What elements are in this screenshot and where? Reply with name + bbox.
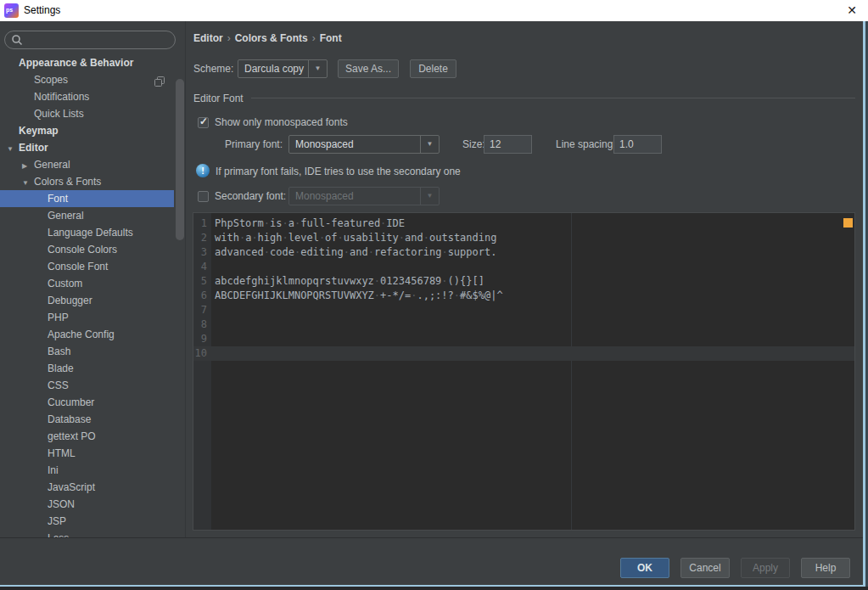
sidebar-item-label: JSP bbox=[48, 515, 66, 527]
line-number: 9 bbox=[193, 332, 207, 346]
sidebar-item-label: HTML bbox=[48, 447, 76, 459]
info-text: If primary font fails, IDE tries to use … bbox=[216, 166, 461, 177]
font-preview-editor[interactable]: 1PhpStorm·is·a·full-featured·IDE2with·a·… bbox=[193, 212, 855, 531]
line-number: 3 bbox=[193, 245, 207, 260]
secondary-font-checkbox[interactable] bbox=[198, 191, 209, 202]
sidebar-item-editor[interactable]: ▼Editor bbox=[0, 139, 185, 156]
sidebar-item-general[interactable]: ▶General bbox=[0, 156, 185, 173]
sidebar-item-jsp[interactable]: JSP bbox=[0, 513, 185, 530]
cancel-button[interactable]: Cancel bbox=[680, 558, 730, 578]
preview-line: 1PhpStorm·is·a·full-featured·IDE bbox=[193, 216, 854, 231]
sidebar-item-general[interactable]: General bbox=[0, 207, 185, 224]
size-label: Size: bbox=[462, 138, 485, 150]
sidebar-item-apache-config[interactable]: Apache Config bbox=[0, 326, 185, 343]
apply-button: Apply bbox=[741, 558, 790, 578]
sidebar-scrollbar[interactable] bbox=[176, 79, 184, 240]
sidebar-item-label: Apache Config bbox=[48, 329, 115, 340]
sidebar-item-blade[interactable]: Blade bbox=[0, 360, 185, 377]
chevron-collapsed-icon[interactable]: ▶ bbox=[22, 158, 34, 175]
settings-search[interactable] bbox=[4, 31, 176, 49]
sidebar-item-label: Colors & Fonts bbox=[34, 176, 101, 188]
sidebar-item-label: gettext PO bbox=[48, 430, 96, 442]
line-number: 1 bbox=[193, 216, 207, 231]
settings-sidebar: Appearance & BehaviorScopesNotifications… bbox=[0, 21, 185, 537]
sidebar-item-html[interactable]: HTML bbox=[0, 445, 185, 462]
chevron-down-icon[interactable]: ▼ bbox=[308, 60, 327, 77]
sidebar-item-console-font[interactable]: Console Font bbox=[0, 258, 185, 275]
sidebar-item-json[interactable]: JSON bbox=[0, 496, 185, 513]
close-icon[interactable]: ✕ bbox=[838, 2, 865, 20]
ok-button[interactable]: OK bbox=[620, 558, 669, 578]
sidebar-item-label: Editor bbox=[19, 142, 48, 154]
breadcrumb-colors-fonts[interactable]: Colors & Fonts bbox=[235, 32, 308, 44]
preview-line: 4 bbox=[193, 260, 854, 274]
chevron-expanded-icon[interactable]: ▼ bbox=[7, 141, 19, 158]
scheme-select[interactable]: Darcula copy ▼ bbox=[238, 59, 328, 78]
sidebar-item-debugger[interactable]: Debugger bbox=[0, 292, 185, 309]
sidebar-item-console-colors[interactable]: Console Colors bbox=[0, 241, 185, 258]
sidebar-item-ini[interactable]: Ini bbox=[0, 462, 185, 479]
chevron-expanded-icon[interactable]: ▼ bbox=[22, 175, 34, 192]
size-field[interactable] bbox=[484, 135, 532, 154]
secondary-font-select: Monospaced ▼ bbox=[288, 187, 440, 205]
settings-dialog: Appearance & BehaviorScopesNotifications… bbox=[0, 21, 863, 585]
sidebar-item-notifications[interactable]: Notifications bbox=[0, 88, 185, 105]
sidebar-item-less[interactable]: Less bbox=[0, 530, 185, 537]
sidebar-item-label: Database bbox=[48, 413, 91, 425]
primary-font-select[interactable]: Monospaced ▼ bbox=[288, 135, 440, 154]
preview-text: ABCDEFGHIJKLMNOPQRSTUVWXYZ·+-*/=·.,;:!?·… bbox=[215, 289, 503, 303]
preview-line: 9 bbox=[193, 332, 854, 346]
preview-line: 7 bbox=[193, 303, 854, 317]
preview-line: 6ABCDEFGHIJKLMNOPQRSTUVWXYZ·+-*/=·.,;:!?… bbox=[193, 289, 854, 303]
delete-button[interactable]: Delete bbox=[410, 59, 456, 78]
sidebar-item-label: CSS bbox=[48, 379, 69, 391]
sidebar-item-appearance-behavior[interactable]: Appearance & Behavior bbox=[0, 54, 185, 71]
breadcrumb-font: Font bbox=[320, 32, 342, 44]
sidebar-item-label: Debugger bbox=[48, 295, 92, 306]
sidebar-item-database[interactable]: Database bbox=[0, 411, 185, 428]
sidebar-item-colors-fonts[interactable]: ▼Colors & Fonts bbox=[0, 173, 185, 190]
sidebar-item-font[interactable]: Font bbox=[0, 190, 185, 207]
sidebar-item-php[interactable]: PHP bbox=[0, 309, 185, 326]
sidebar-item-bash[interactable]: Bash bbox=[0, 343, 185, 360]
secondary-font-label: Secondary font: bbox=[215, 190, 286, 202]
sidebar-item-label: Cucumber bbox=[48, 396, 94, 408]
sidebar-item-javascript[interactable]: JavaScript bbox=[0, 479, 185, 496]
info-icon: ! bbox=[196, 164, 210, 177]
help-button[interactable]: Help bbox=[801, 558, 850, 578]
breadcrumb-editor[interactable]: Editor bbox=[193, 32, 223, 44]
line-spacing-field[interactable] bbox=[613, 135, 662, 154]
sidebar-item-css[interactable]: CSS bbox=[0, 377, 185, 394]
show-monospaced-checkbox[interactable] bbox=[198, 117, 209, 128]
sidebar-item-cucumber[interactable]: Cucumber bbox=[0, 394, 185, 411]
sidebar-item-label: Ini bbox=[48, 464, 59, 476]
breadcrumb: Editor›Colors & Fonts›Font bbox=[193, 32, 342, 44]
show-monospaced-label: Show only monospaced fonts bbox=[215, 116, 348, 128]
secondary-font-value: Monospaced bbox=[289, 190, 420, 202]
line-spacing-label: Line spacing: bbox=[556, 138, 616, 150]
section-divider bbox=[251, 98, 855, 98]
sidebar-item-keymap[interactable]: Keymap bbox=[0, 122, 185, 139]
preview-line: 2with·a·high·level·of·usability·and·outs… bbox=[193, 231, 854, 245]
scheme-label: Scheme: bbox=[193, 63, 233, 75]
chevron-down-icon[interactable]: ▼ bbox=[420, 136, 439, 153]
preview-text: PhpStorm·is·a·full-featured·IDE bbox=[215, 216, 405, 231]
sidebar-item-language-defaults[interactable]: Language Defaults bbox=[0, 224, 185, 241]
line-number: 8 bbox=[193, 317, 207, 332]
sidebar-item-scopes[interactable]: Scopes bbox=[0, 71, 185, 88]
search-icon bbox=[11, 34, 23, 46]
sidebar-item-label: Keymap bbox=[19, 125, 59, 137]
sidebar-item-gettext-po[interactable]: gettext PO bbox=[0, 428, 185, 445]
preview-line: 5abcdefghijklmnopqrstuvwxyz·0123456789·(… bbox=[193, 274, 854, 289]
preview-line: 3advanced·code·editing·and·refactoring·s… bbox=[193, 245, 854, 260]
window-edge-bottom bbox=[0, 587, 868, 590]
search-input[interactable] bbox=[27, 32, 173, 49]
phpstorm-icon: ps bbox=[4, 3, 19, 18]
sidebar-item-quick-lists[interactable]: Quick Lists bbox=[0, 105, 185, 122]
save-as-button[interactable]: Save As... bbox=[338, 59, 399, 78]
sidebar-item-label: Custom bbox=[48, 278, 82, 289]
preview-line: 10 bbox=[193, 346, 854, 361]
window-title: Settings bbox=[24, 4, 60, 16]
sidebar-item-label: JavaScript bbox=[48, 481, 95, 493]
sidebar-item-custom[interactable]: Custom bbox=[0, 275, 185, 292]
